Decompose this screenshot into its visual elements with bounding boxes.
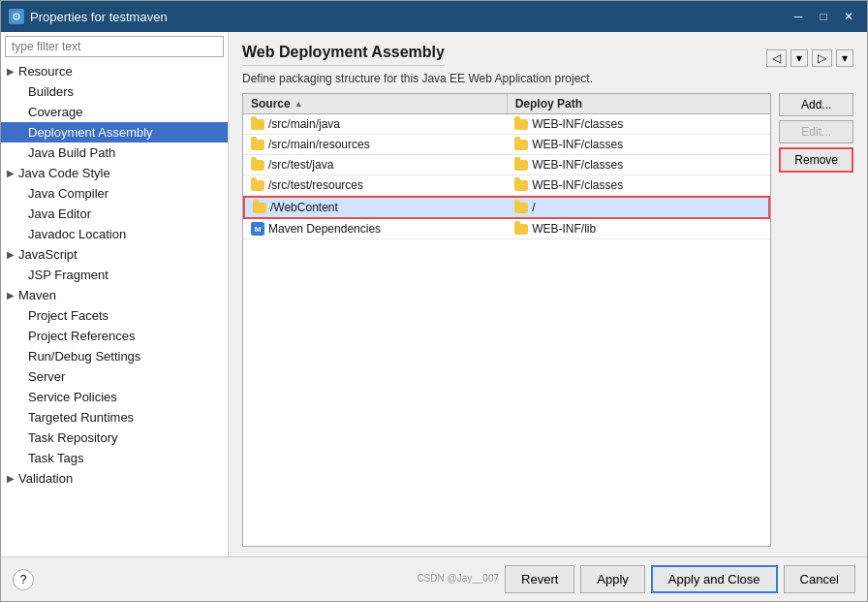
deploy-folder-icon (514, 119, 528, 130)
table-row[interactable]: /src/test/javaWEB-INF/classes (243, 155, 770, 175)
deploy-folder-icon (514, 160, 528, 171)
sidebar-item-label: Targeted Runtimes (28, 410, 134, 425)
folder-icon (251, 160, 264, 171)
sidebar-item-label: Service Policies (28, 390, 117, 404)
source-cell: /src/main/java (243, 114, 507, 134)
source-cell: /src/main/resources (243, 135, 507, 154)
remove-button[interactable]: Remove (779, 147, 853, 173)
sidebar-item-label: JavaScript (18, 247, 78, 262)
sidebar-item-label: Javadoc Location (28, 227, 126, 241)
sidebar-item-maven[interactable]: ▶Maven (1, 285, 228, 305)
dialog-title: Properties for testmaven (30, 10, 788, 24)
sidebar-item-deployment-assembly[interactable]: Deployment Assembly (1, 122, 228, 143)
minimize-button[interactable]: ─ (788, 6, 809, 27)
table-row[interactable]: /src/main/javaWEB-INF/classes (243, 114, 770, 135)
maven-icon: M (251, 222, 264, 236)
sidebar-item-server[interactable]: Server (1, 366, 228, 387)
table-row[interactable]: MMaven DependenciesWEB-INF/lib (243, 219, 770, 239)
sidebar-item-task-tags[interactable]: Task Tags (1, 448, 228, 468)
sidebar-item-label: Project Facets (28, 308, 108, 323)
sidebar-item-service-policies[interactable]: Service Policies (1, 387, 228, 407)
apply-and-close-button[interactable]: Apply and Close (651, 565, 778, 593)
sidebar-item-resource[interactable]: ▶Resource (1, 61, 228, 81)
sidebar-item-coverage[interactable]: Coverage (1, 102, 228, 122)
table-row[interactable]: /src/main/resourcesWEB-INF/classes (243, 135, 770, 155)
sidebar-item-label: Maven (18, 288, 56, 302)
col-deploy-path: Deploy Path (508, 94, 771, 113)
table-row[interactable]: /WebContent/ (243, 196, 770, 219)
folder-icon (251, 119, 264, 130)
sidebar-list: ▶ResourceBuildersCoverageDeployment Asse… (1, 61, 228, 556)
panel-description: Define packaging structure for this Java… (242, 72, 853, 85)
sidebar-item-java-build-path[interactable]: Java Build Path (1, 143, 228, 163)
sidebar-item-javadoc-location[interactable]: Javadoc Location (1, 224, 228, 244)
edit-button[interactable]: Edit... (779, 120, 853, 143)
sidebar-item-project-facets[interactable]: Project Facets (1, 305, 228, 326)
deploy-path-cell: WEB-INF/classes (507, 175, 770, 195)
sidebar-item-label: Builders (28, 84, 74, 99)
nav-menu-button[interactable]: ▾ (836, 49, 853, 67)
sidebar-item-java-compiler[interactable]: Java Compiler (1, 183, 228, 204)
table-header: Source ▲ Deploy Path (243, 94, 770, 114)
deploy-path-cell: / (507, 198, 768, 217)
action-buttons: Add... Edit... Remove (779, 93, 853, 547)
col-source: Source ▲ (243, 94, 508, 113)
sidebar-item-validation[interactable]: ▶Validation (1, 468, 228, 489)
properties-dialog: ⚙ Properties for testmaven ─ □ ✕ ▶Resour… (0, 0, 868, 602)
sidebar-item-label: Task Repository (28, 430, 117, 445)
table-row[interactable]: /src/test/resourcesWEB-INF/classes (243, 175, 770, 196)
sidebar: ▶ResourceBuildersCoverageDeployment Asse… (1, 32, 229, 556)
help-button[interactable]: ? (13, 569, 34, 590)
expand-arrow-icon: ▶ (7, 290, 16, 301)
sidebar-item-jsp-fragment[interactable]: JSP Fragment (1, 265, 228, 285)
cancel-button[interactable]: Cancel (784, 565, 855, 593)
main-content: ▶ResourceBuildersCoverageDeployment Asse… (1, 32, 867, 556)
app-icon: ⚙ (9, 9, 24, 24)
table-body: /src/main/javaWEB-INF/classes/src/main/r… (243, 114, 770, 546)
sidebar-item-project-references[interactable]: Project References (1, 326, 228, 346)
maximize-button[interactable]: □ (813, 6, 834, 27)
sidebar-item-label: Validation (18, 471, 73, 486)
deploy-path-cell: WEB-INF/classes (507, 114, 770, 134)
table-area: Source ▲ Deploy Path /src/main/javaWEB-I… (242, 93, 853, 547)
sidebar-item-label: Resource (18, 64, 73, 79)
titlebar: ⚙ Properties for testmaven ─ □ ✕ (1, 1, 867, 32)
deploy-path-cell: WEB-INF/lib (507, 219, 770, 238)
nav-forward-button[interactable]: ▷ (812, 49, 832, 67)
source-cell: /WebContent (245, 198, 507, 217)
add-button[interactable]: Add... (779, 93, 853, 116)
sidebar-item-label: Coverage (28, 105, 82, 119)
deploy-folder-icon (514, 224, 528, 235)
expand-arrow-icon: ▶ (7, 473, 16, 484)
source-cell: /src/test/java (243, 155, 507, 174)
sidebar-item-run-debug-settings[interactable]: Run/Debug Settings (1, 346, 228, 366)
nav-dropdown-button[interactable]: ▾ (790, 49, 808, 67)
nav-back-button[interactable]: ◁ (766, 49, 787, 67)
bottom-right-buttons: Revert Apply Apply and Close Cancel (505, 565, 855, 593)
sidebar-item-builders[interactable]: Builders (1, 81, 228, 102)
sidebar-item-label: Deployment Assembly (28, 125, 153, 140)
sidebar-item-targeted-runtimes[interactable]: Targeted Runtimes (1, 407, 228, 428)
folder-icon (251, 140, 264, 150)
filter-input[interactable] (5, 36, 224, 57)
sidebar-item-java-editor[interactable]: Java Editor (1, 204, 228, 224)
revert-button[interactable]: Revert (505, 565, 574, 593)
expand-arrow-icon: ▶ (7, 168, 16, 178)
deploy-folder-icon (514, 140, 528, 150)
deploy-path-cell: WEB-INF/classes (507, 135, 770, 154)
close-button[interactable]: ✕ (838, 6, 859, 27)
source-cell: MMaven Dependencies (243, 219, 507, 238)
panel-title: Web Deployment Assembly (242, 44, 445, 66)
deploy-path-cell: WEB-INF/classes (507, 155, 770, 174)
sidebar-item-task-repository[interactable]: Task Repository (1, 428, 228, 448)
window-controls: ─ □ ✕ (788, 6, 859, 27)
watermark: CSDN @Jay__007 (417, 573, 499, 584)
apply-button[interactable]: Apply (580, 565, 645, 593)
folder-icon (251, 180, 264, 191)
sidebar-item-javascript[interactable]: ▶JavaScript (1, 244, 228, 265)
sidebar-item-java-code-style[interactable]: ▶Java Code Style (1, 163, 228, 183)
source-cell: /src/test/resources (243, 175, 507, 195)
expand-arrow-icon: ▶ (7, 249, 16, 260)
expand-arrow-icon: ▶ (7, 66, 16, 77)
deploy-folder-icon (514, 203, 528, 213)
